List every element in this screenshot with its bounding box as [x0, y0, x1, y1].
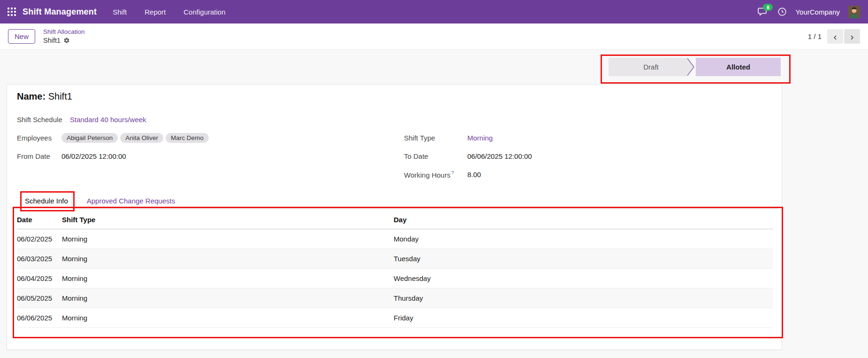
table-row[interactable]: 06/04/2025 Morning Wednesday: [17, 269, 773, 288]
cell-shift-type[interactable]: Morning: [62, 229, 394, 249]
messages-badge: 8: [763, 4, 773, 11]
cell-shift-type[interactable]: Morning: [62, 308, 394, 328]
breadcrumb-current: Shift1: [43, 36, 85, 45]
top-navbar: Shift Management Shift Report Configurat…: [0, 0, 868, 23]
cell-shift-type[interactable]: Morning: [62, 269, 394, 288]
table-header-row: Date Shift Type Day: [17, 210, 773, 229]
employee-tag[interactable]: Abigail Peterson: [61, 133, 118, 143]
cell-day[interactable]: Thursday: [394, 288, 773, 308]
pager-previous-button[interactable]: ‹: [827, 29, 843, 44]
cell-date[interactable]: 06/03/2025: [17, 249, 62, 269]
statusbar-step-alloted[interactable]: Alloted: [696, 58, 781, 76]
pager: 1 / 1 ‹ ›: [808, 29, 860, 44]
cell-day[interactable]: Tuesday: [394, 249, 773, 269]
shift-schedule-label: Shift Schedule: [17, 116, 70, 124]
statusbar-step-draft[interactable]: Draft: [609, 58, 693, 76]
column-header-day[interactable]: Day: [394, 210, 773, 229]
cell-date[interactable]: 06/02/2025: [17, 229, 62, 249]
apps-grid-icon[interactable]: [8, 8, 16, 16]
table-row[interactable]: 06/02/2025 Morning Monday: [17, 229, 773, 249]
table-row[interactable]: 06/05/2025 Morning Thursday: [17, 288, 773, 308]
working-hours-label: Working Hours?: [404, 171, 467, 179]
shift-type-label: Shift Type: [404, 134, 467, 142]
employees-label: Employees: [17, 134, 61, 142]
employee-tag[interactable]: Marc Demo: [166, 133, 209, 143]
cell-date[interactable]: 06/04/2025: [17, 269, 62, 288]
working-hours-value: 8.00: [467, 171, 481, 179]
shift-type-value[interactable]: Morning: [467, 134, 493, 142]
schedule-table: Date Shift Type Day 06/02/2025 Morning M…: [17, 210, 773, 328]
user-avatar[interactable]: [848, 6, 860, 18]
settings-gear-icon[interactable]: [63, 37, 70, 44]
cell-shift-type[interactable]: Morning: [62, 249, 394, 269]
name-value: Shift1: [48, 91, 72, 101]
field-working-hours: Working Hours? 8.00: [404, 165, 761, 184]
navbar-right: 8 YourCompany: [758, 6, 860, 18]
help-question-icon[interactable]: ?: [451, 171, 454, 176]
pager-next-button[interactable]: ›: [844, 29, 860, 44]
name-label: Name:: [17, 91, 46, 101]
main-menu: Shift Report Configuration: [113, 8, 225, 16]
field-shift-schedule: Shift Schedule Standard 40 hours/week: [17, 110, 388, 129]
cell-date[interactable]: 06/05/2025: [17, 288, 62, 308]
record-name: Name: Shift1: [17, 91, 72, 102]
field-from-date: From Date 06/02/2025 12:00:00: [17, 147, 388, 165]
field-column-left: Shift Schedule Standard 40 hours/week Em…: [17, 110, 388, 165]
app-title[interactable]: Shift Management: [23, 7, 97, 17]
breadcrumb: Shift Allocation Shift1: [43, 28, 85, 45]
cell-shift-type[interactable]: Morning: [62, 288, 394, 308]
field-column-right: Shift Type Morning To Date 06/06/2025 12…: [404, 129, 761, 184]
to-date-value: 06/06/2025 12:00:00: [467, 152, 532, 160]
shift-schedule-value[interactable]: Standard 40 hours/week: [70, 116, 146, 124]
cell-date[interactable]: 06/06/2025: [17, 308, 62, 328]
notebook-tabs: Schedule Info Approved Change Requests: [21, 192, 179, 209]
field-shift-type: Shift Type Morning: [404, 129, 761, 147]
cell-day[interactable]: Monday: [394, 229, 773, 249]
menu-report[interactable]: Report: [145, 8, 166, 16]
tab-schedule-info[interactable]: Schedule Info: [21, 192, 72, 209]
cell-day[interactable]: Wednesday: [394, 269, 773, 288]
field-employees: Employees Abigail Peterson Anita Oliver …: [17, 129, 388, 147]
form-sheet: Name: Shift1 Shift Schedule Standard 40 …: [7, 84, 782, 350]
new-button[interactable]: New: [8, 29, 35, 44]
breadcrumb-current-label: Shift1: [43, 36, 61, 45]
from-date-value: 06/02/2025 12:00:00: [61, 152, 126, 160]
from-date-label: From Date: [17, 152, 61, 160]
pager-count: 1 / 1: [808, 32, 822, 40]
employee-tag[interactable]: Anita Oliver: [120, 133, 163, 143]
table-row[interactable]: 06/03/2025 Morning Tuesday: [17, 249, 773, 269]
breadcrumb-parent-link[interactable]: Shift Allocation: [43, 28, 85, 36]
to-date-label: To Date: [404, 152, 467, 160]
field-to-date: To Date 06/06/2025 12:00:00: [404, 147, 761, 165]
control-panel: New Shift Allocation Shift1 1 / 1 ‹ ›: [0, 23, 868, 50]
employee-tags: Abigail Peterson Anita Oliver Marc Demo: [61, 133, 209, 143]
menu-configuration[interactable]: Configuration: [183, 8, 225, 16]
column-header-date[interactable]: Date: [17, 210, 62, 229]
tab-approved-change-requests[interactable]: Approved Change Requests: [83, 192, 179, 209]
statusbar: Draft Alloted: [609, 58, 781, 76]
activities-clock-icon[interactable]: [777, 7, 787, 17]
cell-day[interactable]: Friday: [394, 308, 773, 328]
menu-shift[interactable]: Shift: [113, 8, 127, 16]
table-row[interactable]: 06/06/2025 Morning Friday: [17, 308, 773, 328]
page: Shift Management Shift Report Configurat…: [0, 0, 868, 358]
messages-icon[interactable]: 8: [758, 7, 769, 17]
company-switcher[interactable]: YourCompany: [795, 8, 840, 16]
column-header-shift-type[interactable]: Shift Type: [62, 210, 394, 229]
